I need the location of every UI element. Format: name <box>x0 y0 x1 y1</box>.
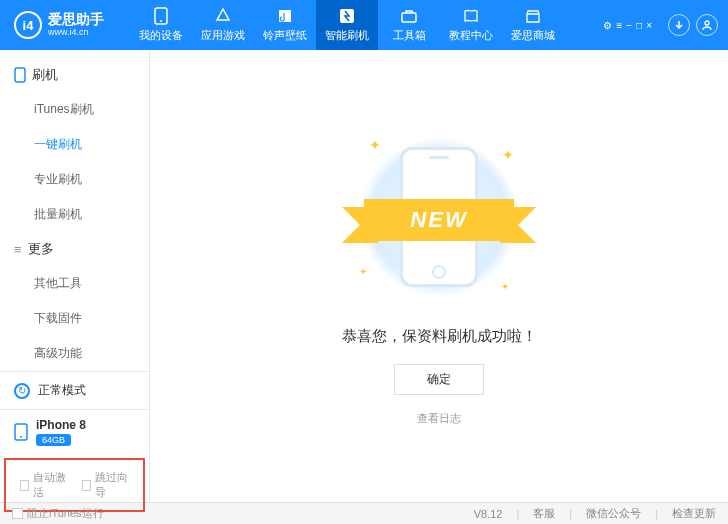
wechat-link[interactable]: 微信公众号 <box>586 506 641 521</box>
svg-point-5 <box>705 21 709 25</box>
skip-guide-checkbox[interactable]: 跳过向导 <box>82 470 130 500</box>
flash-icon <box>338 7 356 25</box>
support-link[interactable]: 客服 <box>533 506 555 521</box>
check-update-link[interactable]: 检查更新 <box>672 506 716 521</box>
nav-apps[interactable]: 应用游戏 <box>192 0 254 50</box>
sidebar-item-oneclick-flash[interactable]: 一键刷机 <box>34 127 149 162</box>
settings-icon[interactable]: ⚙ <box>603 20 612 31</box>
refresh-icon: ↻ <box>14 383 30 399</box>
nav-tutorial[interactable]: 教程中心 <box>440 0 502 50</box>
phone-icon <box>14 67 26 83</box>
svg-point-1 <box>160 20 162 22</box>
app-subtitle: www.i4.cn <box>48 28 104 38</box>
phone-icon <box>14 423 28 441</box>
menu-icon: ≡ <box>14 242 22 257</box>
new-ribbon: NEW <box>364 199 514 241</box>
minimize-icon[interactable]: − <box>626 20 632 31</box>
sidebar-item-advanced[interactable]: 高级功能 <box>34 336 149 371</box>
music-icon <box>276 7 294 25</box>
user-button[interactable] <box>696 14 718 36</box>
svg-point-8 <box>20 436 22 438</box>
svg-rect-6 <box>15 68 25 82</box>
menu-icon[interactable]: ≡ <box>616 20 622 31</box>
device-name: iPhone 8 <box>36 418 86 432</box>
sidebar: 刷机 iTunes刷机 一键刷机 专业刷机 批量刷机 ≡ 更多 其他工具 下载固… <box>0 50 150 502</box>
main-nav: 我的设备 应用游戏 铃声壁纸 智能刷机 工具箱 教程中心 爱思商城 <box>130 0 564 50</box>
sidebar-item-other-tools[interactable]: 其他工具 <box>34 266 149 301</box>
toolbox-icon <box>400 7 418 25</box>
block-itunes-checkbox[interactable]: 阻止iTunes运行 <box>12 506 104 521</box>
maximize-icon[interactable]: □ <box>636 20 642 31</box>
phone-icon <box>152 7 170 25</box>
success-message: 恭喜您，保资料刷机成功啦！ <box>342 327 537 346</box>
sidebar-item-batch-flash[interactable]: 批量刷机 <box>34 197 149 232</box>
nav-flash[interactable]: 智能刷机 <box>316 0 378 50</box>
nav-toolbox[interactable]: 工具箱 <box>378 0 440 50</box>
sidebar-item-itunes-flash[interactable]: iTunes刷机 <box>34 92 149 127</box>
success-illustration: ✦ ✦ ✦ ✦ NEW <box>339 127 539 307</box>
view-log-link[interactable]: 查看日志 <box>417 411 461 426</box>
version-label: V8.12 <box>474 508 503 520</box>
ok-button[interactable]: 确定 <box>394 364 484 395</box>
store-icon <box>524 7 542 25</box>
device-info[interactable]: iPhone 8 64GB <box>0 410 149 454</box>
book-icon <box>462 7 480 25</box>
nav-my-device[interactable]: 我的设备 <box>130 0 192 50</box>
svg-rect-4 <box>402 13 416 22</box>
auto-activate-checkbox[interactable]: 自动激活 <box>20 470 68 500</box>
apps-icon <box>214 7 232 25</box>
download-button[interactable] <box>668 14 690 36</box>
nav-store[interactable]: 爱思商城 <box>502 0 564 50</box>
logo-icon: i4 <box>14 11 42 39</box>
storage-badge: 64GB <box>36 434 71 446</box>
window-controls: ⚙ ≡ − □ × <box>603 20 652 31</box>
close-icon[interactable]: × <box>646 20 652 31</box>
sidebar-item-download-firmware[interactable]: 下载固件 <box>34 301 149 336</box>
mode-indicator[interactable]: ↻ 正常模式 <box>0 372 149 410</box>
sidebar-group-flash: 刷机 <box>0 58 149 92</box>
sidebar-group-more: ≡ 更多 <box>0 232 149 266</box>
sidebar-item-pro-flash[interactable]: 专业刷机 <box>34 162 149 197</box>
logo-area: i4 爱思助手 www.i4.cn <box>0 11 130 39</box>
nav-ringtone[interactable]: 铃声壁纸 <box>254 0 316 50</box>
app-title: 爱思助手 <box>48 12 104 27</box>
content-area: ✦ ✦ ✦ ✦ NEW 恭喜您，保资料刷机成功啦！ 确定 查看日志 <box>150 50 728 502</box>
header-bar: i4 爱思助手 www.i4.cn 我的设备 应用游戏 铃声壁纸 智能刷机 工具… <box>0 0 728 50</box>
checkbox-options: 自动激活 跳过向导 <box>4 458 145 512</box>
